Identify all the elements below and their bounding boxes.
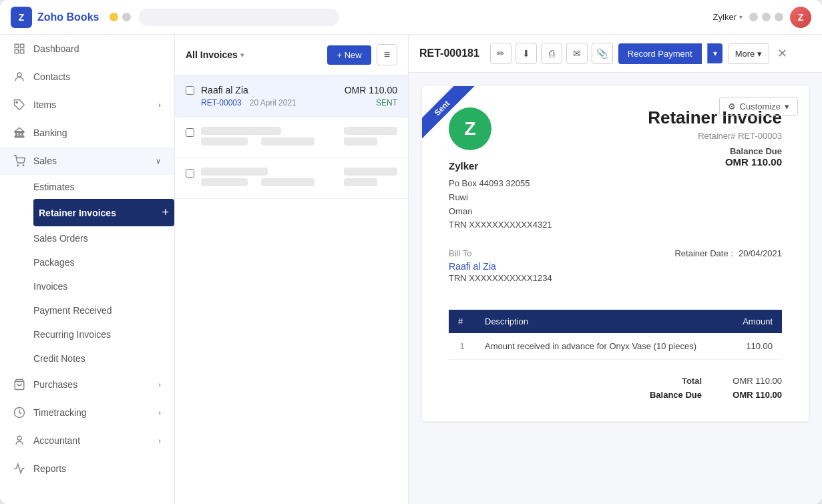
svg-point-5 (16, 101, 17, 103)
th-num: # (449, 310, 475, 333)
sidebar-label-credit-notes: Credit Notes (33, 353, 85, 364)
invoice-checkbox-1[interactable] (186, 86, 194, 95)
invoice-meta-3 (201, 178, 337, 189)
edit-button[interactable]: ✏ (490, 43, 511, 64)
title-bar-right: Zylker ▾ Z (713, 7, 811, 28)
blurred-id-3 (201, 178, 248, 186)
invoice-table: # Description Amount 1 Amount received i… (449, 310, 782, 360)
sidebar-item-reports[interactable]: Reports (0, 455, 174, 483)
sidebar-item-banking[interactable]: Banking (0, 119, 174, 147)
title-dots (749, 13, 783, 21)
traffic-light-gray1[interactable] (122, 13, 131, 21)
svg-rect-0 (15, 44, 18, 47)
sidebar-item-packages[interactable]: Packages (33, 250, 174, 274)
svg-point-4 (17, 73, 21, 77)
company-name: Zylker (449, 158, 552, 174)
sidebar-label-timetracking: Timetracking (33, 407, 87, 418)
sidebar-item-recurring-invoices[interactable]: Recurring Invoices (33, 322, 174, 346)
customize-button[interactable]: ⚙ Customize ▾ (719, 97, 798, 116)
td-num: 1 (449, 333, 475, 360)
attach-button[interactable]: 📎 (592, 43, 613, 64)
traffic-lights (110, 13, 131, 21)
invoice-row-3[interactable] (175, 158, 408, 199)
invoice-right-3 (344, 168, 397, 189)
chevron-items: › (158, 101, 161, 109)
sidebar-item-invoices[interactable]: Invoices (33, 274, 174, 298)
balance-due-amount: OMR 110.00 (648, 156, 782, 168)
sidebar-item-sales[interactable]: Sales ∨ (0, 147, 174, 175)
sidebar-label-items: Items (33, 99, 56, 110)
svg-rect-2 (15, 50, 18, 53)
th-description: Description (475, 310, 729, 333)
invoice-name-1: Raafi al Zia (201, 85, 338, 95)
svg-point-12 (23, 165, 24, 166)
clock-icon (13, 407, 25, 419)
print-button[interactable]: ⎙ (541, 43, 562, 64)
sidebar-item-items[interactable]: Items › (0, 91, 174, 119)
invoice-row-2[interactable] (175, 117, 408, 158)
menu-button[interactable]: ≡ (377, 44, 397, 65)
chart-icon (13, 463, 25, 475)
record-payment-dropdown[interactable]: ▾ (707, 43, 723, 63)
svg-rect-8 (19, 132, 20, 136)
sidebar-item-credit-notes[interactable]: Credit Notes (33, 346, 174, 370)
download-button[interactable]: ⬇ (516, 43, 537, 64)
sidebar-sales-submenu: Estimates Retainer Invoices + Sales Orde… (0, 175, 174, 370)
record-payment-button[interactable]: Record Payment (618, 43, 702, 64)
bill-to-label: Bill To (449, 248, 552, 258)
new-button[interactable]: + New (327, 45, 371, 65)
email-button[interactable]: ✉ (566, 43, 588, 64)
logo-icon: Z (11, 7, 32, 28)
sidebar-label-sales: Sales (33, 156, 57, 166)
bag-icon (13, 379, 25, 391)
td-amount: 110.00 (729, 333, 782, 360)
sidebar-item-timetracking[interactable]: Timetracking › (0, 399, 174, 427)
sidebar-item-contacts[interactable]: Contacts (0, 63, 174, 91)
grid-icon (13, 43, 25, 55)
address-bar[interactable] (139, 9, 339, 26)
balance-due-footer-value: OMR 110.00 (729, 390, 782, 400)
plus-retainer[interactable]: + (162, 206, 169, 220)
sidebar-item-purchases[interactable]: Purchases › (0, 370, 174, 399)
td-description: Amount received in advance for Onyx Vase… (475, 333, 729, 360)
svg-rect-1 (21, 44, 24, 47)
sidebar-item-payment-received[interactable]: Payment Received (33, 298, 174, 322)
balance-due-footer-label: Balance Due (635, 390, 702, 400)
close-button[interactable]: ✕ (777, 46, 787, 61)
sidebar-label-invoices: Invoices (33, 281, 67, 292)
invoice-list: Raafi al Zia RET-00003 20 April 2021 OMR… (175, 75, 408, 504)
svg-rect-9 (22, 132, 23, 136)
total-label: Total (635, 376, 702, 386)
bill-to-name: Raafi al Zia (449, 261, 552, 272)
retainer-date-row: Retainer Date : 20/04/2021 (674, 248, 782, 258)
blurred-status-3 (344, 178, 377, 186)
company-country: Oman (449, 205, 552, 219)
invoice-top-section: Z Zylker Po Box 44093 32055 Ruwi Oman TR… (449, 107, 782, 232)
invoice-checkbox-2[interactable] (186, 128, 194, 137)
sidebar-item-estimates[interactable]: Estimates (33, 175, 174, 199)
blurred-id-2 (201, 138, 248, 146)
total-row-balance: Balance Due OMR 110.00 (635, 390, 782, 400)
company-address-line1: Po Box 44093 32055 (449, 177, 552, 191)
sidebar-item-accountant[interactable]: Accountant › (0, 427, 174, 455)
traffic-light-yellow[interactable] (110, 13, 118, 21)
blurred-status-2 (344, 138, 377, 146)
sidebar-item-dashboard[interactable]: Dashboard (0, 35, 174, 63)
chevron-accountant: › (158, 437, 161, 445)
retainer-date-label: Retainer Date : (674, 248, 733, 258)
balance-section: Balance Due OMR 110.00 (648, 146, 782, 168)
sidebar-item-retainer-invoices[interactable]: Retainer Invoices + (33, 199, 174, 226)
title-bar: Z Zoho Books Zylker ▾ Z (0, 0, 822, 35)
app-logo: Z Zoho Books (11, 7, 99, 28)
user-name[interactable]: Zylker ▾ (713, 12, 743, 22)
invoice-table-body: 1 Amount received in advance for Onyx Va… (449, 333, 782, 360)
company-logo: Z (449, 107, 491, 150)
sidebar-label-packages: Packages (33, 257, 74, 268)
sidebar-item-sales-orders[interactable]: Sales Orders (33, 226, 174, 250)
filter-dropdown[interactable]: All Invoices ▾ (186, 49, 244, 60)
more-button[interactable]: More ▾ (728, 43, 770, 64)
invoice-row-1[interactable]: Raafi al Zia RET-00003 20 April 2021 OMR… (175, 75, 408, 117)
dot3 (775, 13, 783, 21)
invoice-checkbox-3[interactable] (186, 169, 194, 178)
chevron-timetracking: › (158, 409, 161, 417)
